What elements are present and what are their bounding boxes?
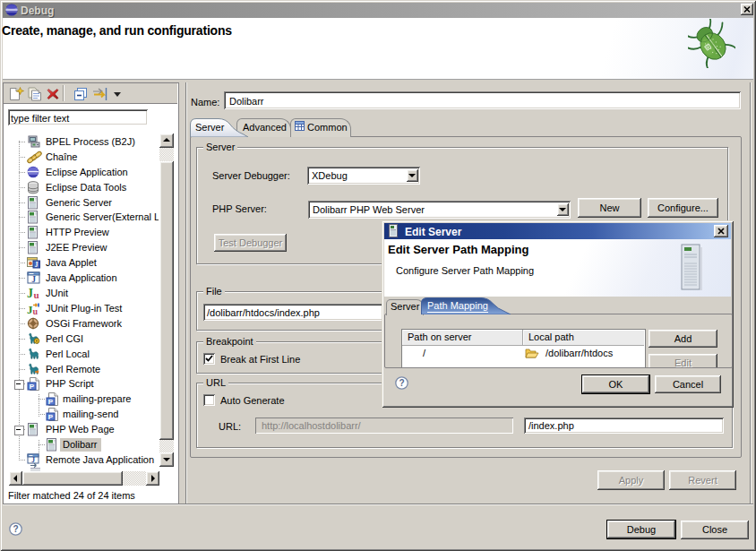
svg-text:u: u [33,306,39,316]
svg-text:J: J [27,287,33,300]
svg-text:?: ? [13,524,18,534]
svg-text:u: u [34,289,39,300]
svg-text:P: P [48,398,54,406]
svg-text:J: J [35,261,39,269]
svg-text:P: P [48,413,54,421]
svg-text:?: ? [399,378,404,388]
svg-text:P: P [30,383,35,391]
svg-text:J: J [31,456,35,464]
svg-text:J: J [31,275,36,284]
